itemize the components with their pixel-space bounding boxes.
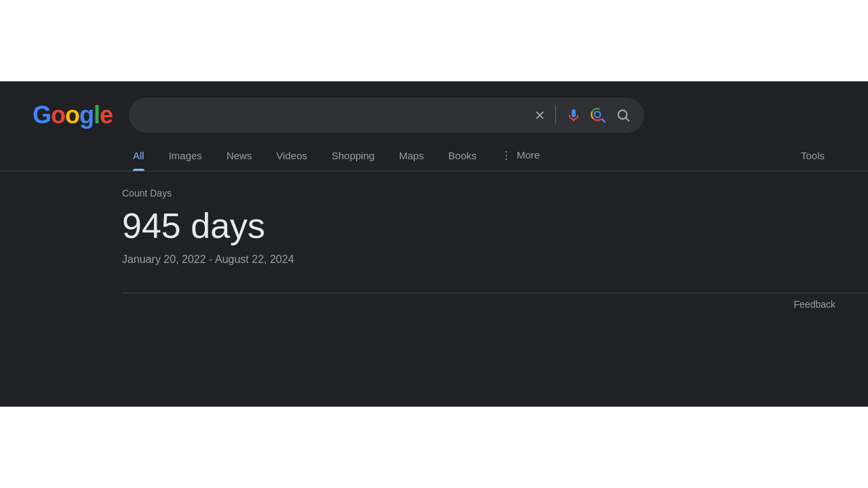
tab-news[interactable]: News — [216, 144, 263, 171]
results-area: Count Days 945 days January 20, 2022 - A… — [0, 171, 868, 266]
lens-icon[interactable] — [589, 106, 608, 125]
nav-tabs: All Images News Videos Shopping Maps Boo… — [0, 133, 868, 171]
tab-images[interactable]: Images — [158, 144, 213, 171]
svg-point-2 — [595, 112, 601, 118]
search-divider — [555, 106, 556, 125]
search-input[interactable]: day since 20 january 2022 — [140, 108, 524, 123]
search-icons — [532, 105, 633, 125]
more-dots-icon: ⋮ — [501, 149, 511, 161]
result-section-label: Count Days — [122, 188, 868, 199]
svg-line-5 — [626, 118, 629, 121]
clear-icon[interactable] — [532, 108, 547, 123]
microphone-icon[interactable] — [564, 106, 583, 125]
google-logo: Google — [33, 101, 113, 129]
tab-tools[interactable]: Tools — [790, 144, 835, 171]
date-range: January 20, 2022 - August 22, 2024 — [122, 253, 868, 266]
svg-line-3 — [602, 119, 605, 122]
count-days: 945 days — [122, 207, 868, 245]
search-button[interactable] — [613, 105, 633, 125]
feedback-link[interactable]: Feedback — [0, 293, 868, 310]
header: Google day since 20 january 2022 — [0, 81, 868, 133]
tab-all[interactable]: All — [122, 144, 155, 171]
search-bar: day since 20 january 2022 — [129, 98, 644, 133]
tab-books[interactable]: Books — [437, 144, 488, 171]
tab-videos[interactable]: Videos — [265, 144, 318, 171]
tab-more[interactable]: ⋮ More — [490, 144, 551, 171]
tab-shopping[interactable]: Shopping — [321, 144, 385, 171]
bottom-bar — [0, 407, 868, 488]
tab-maps[interactable]: Maps — [388, 144, 435, 171]
